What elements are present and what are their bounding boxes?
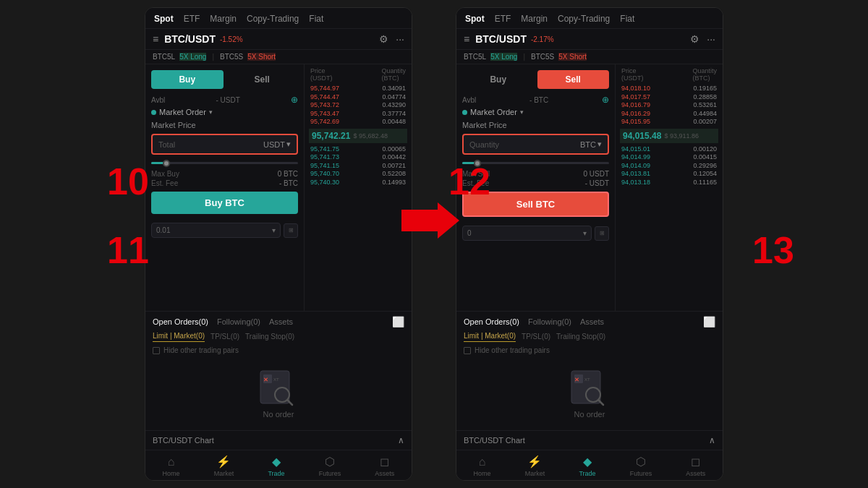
left-trade-panel: Buy Sell Avbl - USDT ⊕ Market Order ▾ Ma… <box>145 64 305 311</box>
right-home-icon: ⌂ <box>479 455 486 468</box>
left-hamburger-icon[interactable]: ≡ <box>153 33 158 45</box>
left-ob-sell-price-5: 95,742.69 <box>310 118 339 125</box>
right-plus-icon[interactable]: ⊕ <box>602 95 609 105</box>
left-est-fee-value: - BTC <box>279 179 298 187</box>
left-assets-tab[interactable]: Assets <box>269 317 293 326</box>
right-more-icon[interactable]: ··· <box>707 33 715 45</box>
right-market-label: Market <box>525 470 545 477</box>
left-qty-row: 0.01 ▾ ⊞ <box>151 223 298 238</box>
left-grid-icon[interactable]: ⊞ <box>284 223 298 238</box>
left-lev-sep: | <box>212 53 214 61</box>
right-orders-icon[interactable]: ⬜ <box>703 316 715 328</box>
right-chart-settings-icon[interactable]: ⚙ <box>690 33 699 45</box>
left-nav-market[interactable]: ⚡ Market <box>214 455 234 477</box>
left-ob-sell-5: 95,742.69 0.00448 <box>309 118 407 125</box>
left-futures-icon: ⬡ <box>325 455 335 468</box>
left-hide-pairs-checkbox[interactable] <box>153 347 160 354</box>
left-filter-limit[interactable]: Limit | Market(0) <box>153 330 205 342</box>
right-ob-price-header: Price(USDT) <box>621 67 644 82</box>
left-nav-home[interactable]: ⌂ Home <box>163 455 180 477</box>
right-filter-limit[interactable]: Limit | Market(0) <box>464 330 516 342</box>
left-ob-buy-price-2: 95,741.73 <box>310 153 339 160</box>
right-filter-tpsl[interactable]: TP/SL(0) <box>522 331 550 342</box>
right-assets-tab[interactable]: Assets <box>580 317 604 326</box>
left-chart-bar[interactable]: BTC/USDT Chart ∧ <box>145 430 412 450</box>
left-panel: Spot ETF Margin Copy-Trading Fiat ≡ BTC/… <box>145 7 412 481</box>
left-sell-tab[interactable]: Sell <box>226 70 299 89</box>
right-order-caret: ▾ <box>520 108 524 116</box>
right-nav-etf[interactable]: ETF <box>495 14 511 24</box>
right-ob-sell-price-5: 94,015.95 <box>621 118 650 125</box>
right-following-tab[interactable]: Following(0) <box>528 317 571 326</box>
left-max-buy-row: Max Buy 0 BTC <box>151 170 298 178</box>
left-lev-short-label[interactable]: BTC5S <box>220 53 243 61</box>
left-ob-sell-qty-5: 0.00448 <box>382 118 406 125</box>
left-nav-futures[interactable]: ⬡ Futures <box>319 455 341 477</box>
left-nav-trade[interactable]: ◆ Trade <box>268 455 284 477</box>
right-quantity-input[interactable]: Quantity BTC ▾ <box>462 134 609 155</box>
right-hamburger-icon[interactable]: ≡ <box>464 33 469 45</box>
left-chart-settings-icon[interactable]: ⚙ <box>379 33 388 45</box>
left-filter-trailing[interactable]: Trailing Stop(0) <box>245 331 294 342</box>
right-nav-home[interactable]: ⌂ Home <box>474 455 491 477</box>
right-hide-pairs-checkbox[interactable] <box>464 347 471 354</box>
left-trade-label: Trade <box>268 470 284 477</box>
right-pair-header: ≡ BTC/USDT -2.17% ⚙ ··· <box>456 29 723 50</box>
right-order-type[interactable]: Market Order ▾ <box>462 108 609 116</box>
right-filter-tabs: Limit | Market(0) TP/SL(0) Trailing Stop… <box>464 330 715 342</box>
right-ob-buy-qty-5: 0.11165 <box>693 179 717 186</box>
left-total-input[interactable]: Total USDT ▾ <box>151 134 298 155</box>
left-nav-etf[interactable]: ETF <box>184 14 200 24</box>
left-plus-icon[interactable]: ⊕ <box>291 95 298 105</box>
right-ob-buy-qty-3: 0.29296 <box>693 162 717 169</box>
left-nav-fiat[interactable]: Fiat <box>309 14 323 24</box>
left-more-icon[interactable]: ··· <box>396 33 404 45</box>
left-orders-icon[interactable]: ⬜ <box>392 316 404 328</box>
right-nav-market[interactable]: ⚡ Market <box>525 455 545 477</box>
right-ob-sell-1: 94,018.10 0.19165 <box>620 85 718 92</box>
right-lev-short-label[interactable]: BTC5S <box>531 53 554 61</box>
left-lev-long-label[interactable]: BTC5L <box>153 53 175 61</box>
right-est-fee-value: - USDT <box>585 179 609 187</box>
left-slider[interactable] <box>151 162 298 164</box>
right-nav-spot[interactable]: Spot <box>465 14 485 24</box>
right-ob-mid-usd: $ 93,911.86 <box>664 132 699 140</box>
left-open-orders-tab[interactable]: Open Orders(0) <box>153 317 208 326</box>
left-following-tab[interactable]: Following(0) <box>217 317 260 326</box>
right-nav-margin[interactable]: Margin <box>521 14 548 24</box>
right-nav-fiat[interactable]: Fiat <box>620 14 634 24</box>
right-nav-copy[interactable]: Copy-Trading <box>558 14 610 24</box>
left-nav-spot[interactable]: Spot <box>154 14 174 24</box>
right-chart-bar[interactable]: BTC/USDT Chart ∧ <box>456 430 723 450</box>
right-qty-input[interactable]: 0 ▾ <box>462 226 592 241</box>
right-nav-assets[interactable]: ◻ Assets <box>686 455 705 477</box>
left-nav-copy[interactable]: Copy-Trading <box>247 14 299 24</box>
right-filter-trailing[interactable]: Trailing Stop(0) <box>556 331 605 342</box>
left-buy-button[interactable]: Buy BTC <box>151 192 298 214</box>
right-nav-futures[interactable]: ⬡ Futures <box>630 455 652 477</box>
left-pair-header: ≡ BTC/USDT -1.52% ⚙ ··· <box>145 29 412 50</box>
right-nav-trade[interactable]: ◆ Trade <box>579 455 595 477</box>
right-buy-tab[interactable]: Buy <box>462 70 535 89</box>
left-assets-label: Assets <box>375 470 394 477</box>
right-sell-tab[interactable]: Sell <box>537 70 610 89</box>
right-open-orders-tab[interactable]: Open Orders(0) <box>464 317 519 326</box>
left-order-type[interactable]: Market Order ▾ <box>151 108 298 116</box>
label-12: 12 <box>448 163 490 200</box>
left-filter-tpsl[interactable]: TP/SL(0) <box>210 331 239 342</box>
left-nav-margin[interactable]: Margin <box>210 14 237 24</box>
right-ob-sell-4: 94,016.29 0.44984 <box>620 110 718 117</box>
right-grid-icon[interactable]: ⊞ <box>595 226 609 241</box>
right-ob-mid: 94,015.48 $ 93,911.86 <box>620 129 718 143</box>
left-qty-input[interactable]: 0.01 ▾ <box>151 223 281 238</box>
left-nav-assets[interactable]: ◻ Assets <box>375 455 394 477</box>
right-input-label: Quantity <box>469 140 499 149</box>
left-ob-buy-price-1: 95,741.75 <box>310 145 339 153</box>
left-slider-track <box>151 162 298 164</box>
right-ob-buy-qty-4: 0.12054 <box>693 170 717 177</box>
left-buy-tab[interactable]: Buy <box>151 70 224 89</box>
right-lev-long-label[interactable]: BTC5L <box>464 53 486 61</box>
left-ob-header: Price(USDT) Quantity(BTC) <box>309 67 407 82</box>
right-ob-sell-price-2: 94,017.57 <box>621 93 650 100</box>
left-slider-thumb[interactable] <box>163 160 170 167</box>
